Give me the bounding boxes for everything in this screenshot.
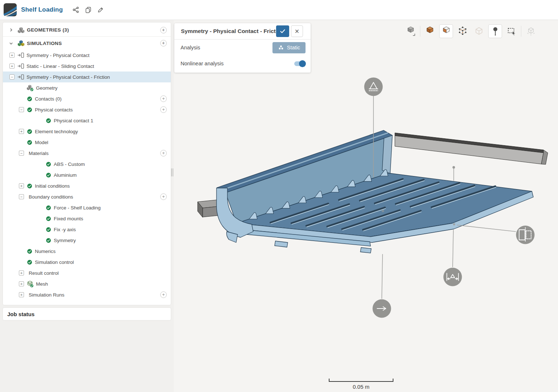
- tree-item-label: Contacts (0): [35, 96, 62, 102]
- edit-pencil-icon[interactable]: [97, 6, 104, 13]
- status-check-icon: [45, 172, 52, 178]
- tree-item-fixed-mounts[interactable]: Fixed mounts: [3, 213, 171, 224]
- tree-item-symmetry-physical-contact[interactable]: +Symmetry - Physical Contact: [3, 50, 171, 61]
- tree-item-abs-custom[interactable]: ABS - Custom: [3, 159, 171, 170]
- status-check-icon: [45, 216, 52, 222]
- status-check-icon: [27, 259, 33, 265]
- add-button[interactable]: +: [160, 27, 167, 33]
- expand-toggle[interactable]: −: [19, 107, 24, 112]
- status-check-icon: [27, 139, 33, 146]
- tree-item-materials[interactable]: −Materials+: [3, 148, 171, 159]
- expand-toggle[interactable]: −: [19, 151, 24, 156]
- status-check-icon: [27, 128, 33, 135]
- status-check-icon: [45, 237, 52, 244]
- expand-toggle[interactable]: +: [9, 64, 15, 69]
- expand-toggle[interactable]: +: [9, 53, 15, 58]
- project-title: Shelf Loading: [21, 6, 63, 13]
- tree-item-geometry[interactable]: Geometry: [3, 82, 171, 93]
- dialog-title: Symmetry - Physical Contact - Frictic: [181, 28, 276, 34]
- toolbar-separator: [420, 26, 420, 37]
- add-button[interactable]: +: [160, 106, 167, 113]
- edge-select-icon: [472, 24, 486, 38]
- status-check-icon: [45, 226, 52, 233]
- tree-item-initial-conditions[interactable]: + Initial conditions: [3, 180, 171, 191]
- tree-item-fix-y-axis[interactable]: Fix -y axis: [3, 224, 171, 235]
- tree-item-symmetry[interactable]: Symmetry: [3, 235, 171, 246]
- tree-item-label: ABS - Custom: [54, 162, 85, 167]
- expand-toggle[interactable]: +: [19, 129, 24, 134]
- analysis-cubes-icon: [278, 45, 284, 51]
- symmetry-plane-marker[interactable]: [516, 226, 535, 244]
- tree-item-simulations[interactable]: SIMULATIONS+: [3, 37, 171, 50]
- tree-item-label: Fix -y axis: [54, 227, 76, 232]
- chevron-right-icon[interactable]: [8, 28, 14, 32]
- share-icon[interactable]: [72, 6, 80, 13]
- tree-item-label: Mesh: [36, 281, 48, 287]
- volume-select-icon[interactable]: [423, 24, 437, 38]
- fixed-support-marker[interactable]: [364, 78, 383, 96]
- body-select-icon[interactable]: [404, 24, 417, 38]
- toolbar-separator: [521, 26, 521, 37]
- panel-resize-grip[interactable]: [171, 168, 174, 176]
- tree-item-numerics[interactable]: Numerics: [3, 246, 171, 257]
- chevron-down-icon[interactable]: [8, 41, 14, 46]
- tree-item-label: Static - Linear - Sliding Contact: [27, 64, 94, 69]
- add-button[interactable]: +: [160, 193, 167, 200]
- tree-item-label: Symmetry: [54, 238, 76, 243]
- expand-toggle[interactable]: −: [9, 74, 15, 79]
- tree-item-contacts-0[interactable]: Contacts (0)+: [3, 93, 171, 104]
- face-select-icon[interactable]: [439, 24, 453, 38]
- tree-item-geometries-3[interactable]: GEOMETRIES (3)+: [3, 24, 171, 37]
- tree-item-physical-contacts[interactable]: − Physical contacts+: [3, 104, 171, 115]
- close-button[interactable]: ✕: [291, 25, 303, 37]
- status-check-icon: [27, 96, 33, 102]
- tree-item-mesh[interactable]: +Mesh: [3, 278, 171, 289]
- job-status-label: Job status: [7, 311, 35, 317]
- expand-toggle[interactable]: +: [19, 270, 24, 275]
- tree-item-boundary-conditions[interactable]: −Boundary conditions+: [3, 191, 171, 202]
- nonlinear-toggle[interactable]: [294, 61, 305, 66]
- app-logo-icon[interactable]: [4, 3, 17, 16]
- add-button[interactable]: +: [160, 95, 167, 102]
- tree-item-aluminium[interactable]: Aluminium: [3, 170, 171, 180]
- viewport-3d[interactable]: [174, 20, 558, 392]
- expand-toggle[interactable]: −: [19, 194, 24, 199]
- job-status-panel[interactable]: Job status: [3, 308, 171, 320]
- expand-toggle[interactable]: +: [19, 281, 24, 286]
- tree-item-label: Force - Shelf Loading: [54, 205, 101, 211]
- expand-toggle[interactable]: +: [19, 292, 24, 297]
- slider-constraint-marker[interactable]: [444, 268, 462, 286]
- simulation-run-icon: [17, 62, 24, 70]
- tree-item-label: Fixed mounts: [54, 216, 83, 221]
- geometry-icon: [27, 84, 34, 91]
- tree-item-physical-contact-1[interactable]: Physical contact 1: [3, 115, 171, 126]
- tree-item-element-technology[interactable]: + Element technology: [3, 126, 171, 137]
- tree-item-model[interactable]: Model: [3, 137, 171, 148]
- box-select-icon[interactable]: [505, 24, 518, 38]
- expand-toggle[interactable]: +: [19, 183, 24, 188]
- tree-item-static-linear-sliding-contact[interactable]: +Static - Linear - Sliding Contact: [3, 61, 171, 72]
- tree-item-label: Result control: [29, 270, 59, 276]
- scale-bar: 0.05 m: [329, 379, 393, 390]
- add-button[interactable]: +: [160, 291, 167, 298]
- tree-item-label: Boundary conditions: [29, 194, 73, 200]
- analysis-type-button[interactable]: Static: [272, 42, 306, 53]
- simulation-settings-dialog: Symmetry - Physical Contact - Frictic ✕ …: [174, 23, 311, 73]
- status-check-icon: [27, 107, 33, 113]
- tree-item-simulation-control[interactable]: Simulation control: [3, 257, 171, 268]
- add-button[interactable]: +: [160, 40, 167, 46]
- tree-item-symmetry-physical-contact-friction[interactable]: −Symmetry - Physical Contact - Friction: [3, 72, 171, 82]
- tree-item-label: Element technology: [35, 129, 78, 134]
- force-arrow-marker[interactable]: [373, 299, 391, 318]
- duplicate-icon[interactable]: [85, 6, 92, 13]
- tree-item-simulation-runs[interactable]: +Simulation Runs+: [3, 289, 171, 300]
- probe-pin-icon[interactable]: [488, 24, 502, 38]
- app-header: Shelf Loading: [0, 0, 558, 20]
- tree-item-force-shelf-loading[interactable]: Force - Shelf Loading: [3, 202, 171, 213]
- add-button[interactable]: +: [160, 150, 167, 156]
- tree-item-result-control[interactable]: +Result control: [3, 268, 171, 278]
- tree-item-label: SIMULATIONS: [27, 41, 62, 46]
- simulation-run-icon: [17, 73, 24, 81]
- vertex-select-icon[interactable]: [456, 24, 469, 38]
- confirm-button[interactable]: [276, 25, 289, 37]
